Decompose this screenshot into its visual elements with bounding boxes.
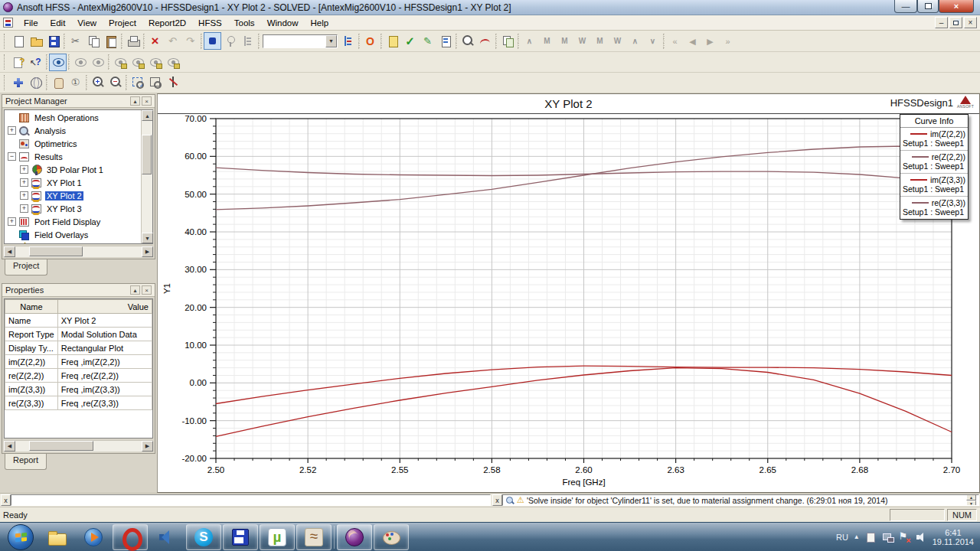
plot-area[interactable]: 70.0060.0050.0040.0030.0020.0010.000.00-… (158, 114, 979, 492)
wave-peak2-button[interactable]: ∧ (626, 32, 644, 50)
close-icon[interactable]: x (1, 494, 11, 506)
paint-taskbar-item[interactable] (374, 524, 409, 550)
combobox-dropdown-icon[interactable]: ▼ (325, 35, 337, 47)
hide-selection-button[interactable] (71, 54, 89, 71)
action-center-icon[interactable] (899, 532, 910, 543)
tree-item-radiation[interactable]: +Radiation (5, 241, 141, 243)
wave-max2-button[interactable]: M (556, 32, 573, 50)
wave-w2-button[interactable]: W (609, 32, 626, 50)
restore-button[interactable] (917, 0, 939, 13)
tree-expander-icon[interactable]: + (20, 191, 28, 200)
wave-peak1-button[interactable]: ∧ (521, 32, 538, 50)
volume-icon[interactable] (916, 532, 927, 543)
validate-button[interactable] (401, 32, 419, 50)
wave-m2-button[interactable]: M (591, 32, 609, 50)
hscroll-thumb[interactable] (29, 246, 83, 256)
context-help-button[interactable] (27, 54, 44, 71)
opera-taskbar-item[interactable] (113, 524, 148, 550)
vscroll-thumb[interactable] (142, 135, 152, 174)
scroll-down-icon[interactable]: ▼ (142, 233, 153, 243)
new-button[interactable] (9, 32, 27, 50)
copy-image-button[interactable] (498, 32, 516, 50)
cut-button[interactable] (67, 32, 84, 50)
tree-item-xy-plot-3[interactable]: +XY Plot 3 (5, 202, 141, 215)
nav-first-button[interactable]: « (666, 32, 684, 50)
sphere-button[interactable] (27, 74, 44, 92)
message-spinner[interactable]: ▲▼ (966, 494, 976, 506)
select-face-button[interactable] (221, 32, 239, 50)
hide-active-view-button[interactable] (111, 54, 129, 71)
menu-view[interactable]: View (71, 17, 103, 29)
tree-item-xy-plot-1[interactable]: +XY Plot 1 (5, 176, 141, 189)
curve-info-legend[interactable]: Curve Info im(Z(2,2))Setup1 : Sweep1re(Z… (900, 114, 969, 220)
tree-expander-icon[interactable]: + (8, 126, 16, 135)
tree-item-label[interactable]: Mesh Operations (33, 113, 100, 122)
notes-tray-icon[interactable] (865, 532, 877, 543)
tree-expander-icon[interactable]: + (20, 165, 28, 174)
start-button[interactable] (8, 524, 34, 550)
show-all-views-button[interactable] (164, 54, 181, 71)
undo-button[interactable] (164, 32, 181, 50)
properties-hscrollbar[interactable]: ◀ ▶ (4, 440, 153, 452)
menu-hfss[interactable]: HFSS (192, 17, 228, 29)
mdi-close-button[interactable]: × (964, 17, 977, 28)
command-input[interactable] (11, 494, 491, 506)
property-value[interactable]: Freq ,re(Z(2,2)) (57, 369, 152, 383)
language-indicator[interactable]: RU (836, 533, 848, 542)
network-icon[interactable] (882, 532, 893, 543)
nav-last-button[interactable]: » (719, 32, 737, 50)
tree-item-label[interactable]: Radiation (33, 243, 71, 244)
property-value[interactable]: Modal Solution Data (57, 328, 152, 341)
tree-expander-icon[interactable]: + (20, 178, 28, 187)
show-all-button[interactable] (49, 54, 67, 71)
menu-file[interactable]: File (18, 17, 44, 29)
message-box[interactable]: ⚠ 'Solve inside' for object 'Cylinder11'… (502, 494, 979, 506)
create-report-button[interactable] (476, 32, 494, 50)
analyze-button[interactable] (419, 32, 436, 50)
validation-button[interactable] (384, 32, 401, 50)
tree-item-label[interactable]: 3D Polar Plot 1 (45, 165, 105, 174)
document-icon[interactable] (3, 18, 13, 28)
scroll-left-icon[interactable]: ◀ (4, 246, 15, 257)
scroll-left-icon[interactable]: ◀ (4, 441, 15, 452)
wave-max-button[interactable]: M (538, 32, 556, 50)
show-active-view-button[interactable] (129, 54, 146, 71)
tree-item-3d-polar-plot-1[interactable]: +3D Polar Plot 1 (5, 163, 141, 176)
material-combobox[interactable]: ▼ (263, 34, 338, 48)
scroll-right-icon[interactable]: ▶ (142, 246, 153, 257)
optimetrics-button[interactable] (459, 32, 476, 50)
zoom-window-button[interactable] (129, 74, 146, 92)
close-button[interactable]: × (939, 0, 974, 13)
tree-item-label[interactable]: Field Overlays (33, 230, 90, 240)
media-player-taskbar-item[interactable] (76, 524, 111, 550)
minimize-button[interactable]: — (894, 0, 917, 13)
tree-item-analysis[interactable]: +Analysis (5, 124, 141, 137)
pan-button[interactable] (49, 74, 67, 92)
property-value[interactable]: XY Plot 2 (57, 314, 152, 328)
solver-options-button[interactable] (361, 32, 379, 50)
utorrent-taskbar-item[interactable] (260, 524, 295, 550)
print-button[interactable] (124, 32, 142, 50)
menu-report2d[interactable]: Report2D (142, 17, 192, 29)
nav-prev-button[interactable]: ◀ (684, 32, 701, 50)
tree-item-field-overlays[interactable]: Field Overlays (5, 228, 141, 241)
delete-button[interactable] (146, 32, 164, 50)
volume-app-taskbar-item[interactable] (149, 524, 185, 550)
tree-item-port-field-display[interactable]: +Port Field Display (5, 215, 141, 228)
open-button[interactable] (27, 32, 44, 50)
property-value[interactable]: Freq ,im(Z(3,3)) (57, 383, 152, 396)
mdi-minimize-button[interactable]: – (935, 17, 948, 28)
panel-collapse-icon[interactable]: ▴ (130, 285, 140, 295)
scroll-up-icon[interactable]: ▲ (142, 110, 153, 121)
panel-collapse-icon[interactable]: ▴ (130, 96, 140, 106)
redo-button[interactable] (181, 32, 199, 50)
zoom-in-button[interactable] (89, 74, 106, 92)
show-selection-button[interactable] (89, 54, 106, 71)
paste-button[interactable] (102, 32, 119, 50)
wave-valley-button[interactable]: ∨ (644, 32, 662, 50)
solution-data-button[interactable] (436, 32, 454, 50)
fit-all-button[interactable] (146, 74, 164, 92)
nav-next-button[interactable]: ▶ (701, 32, 719, 50)
clock[interactable]: 6:4119.11.2014 (933, 528, 974, 546)
copy-button[interactable] (84, 32, 102, 50)
